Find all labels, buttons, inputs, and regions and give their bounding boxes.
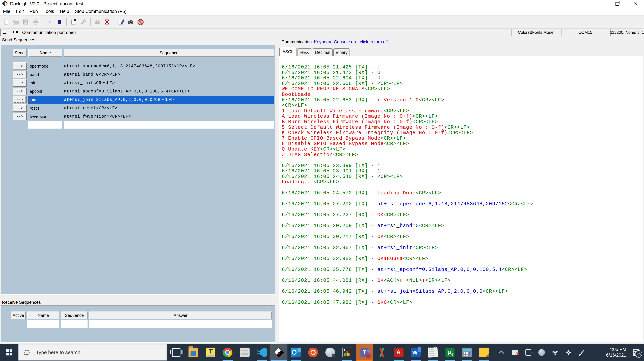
new-receive-sequence-cell[interactable]: [61, 320, 88, 328]
log-line: 6/16/2021 16:05:32.983 [RX] - OK▮ÉU3£▮<C…: [282, 256, 643, 261]
send-sequence-row-apconf: -->apconfat+rsi_apconf=0,Silabs_AP,0,0,0…: [1, 87, 275, 95]
log-line: 6/16/2021 16:05:35.778 [TX] - at+rsi_apc…: [282, 267, 643, 272]
com-port-box[interactable]: COM15: [561, 29, 610, 36]
menu-edit[interactable]: Edit: [16, 9, 24, 14]
tray-power-plug-icon[interactable]: [522, 344, 535, 361]
tray-wifi-icon[interactable]: [548, 344, 562, 361]
sequence-value-cell[interactable]: at+rsi_fwversion?<CR><LF>: [64, 112, 274, 121]
recv-sequence-column-header[interactable]: Sequence: [61, 311, 88, 319]
minimize-button[interactable]: [590, 0, 607, 8]
sequence-name-cell[interactable]: fwversion: [28, 112, 62, 121]
tray-dropbox-icon[interactable]: ❖: [562, 344, 575, 361]
send-button-opermode[interactable]: -->: [13, 63, 27, 70]
sequence-name-cell[interactable]: apconf: [28, 87, 62, 95]
tray-pen-icon[interactable]: [575, 344, 589, 361]
sequence-value-cell[interactable]: at+rsi_reset<CR><LF>: [64, 104, 274, 112]
tab-ascii[interactable]: ASCII: [280, 47, 296, 56]
keyboard-console-link[interactable]: Keyboard Console on - click to turn off: [314, 39, 388, 45]
acrobat-icon: [394, 347, 404, 357]
taskbar-app-uvision[interactable]: [442, 344, 458, 361]
taskbar-clock[interactable]: 4:05 PM 6/16/2021: [588, 344, 627, 361]
taskbar-app-calculator[interactable]: [458, 344, 476, 361]
menu-stop-communication[interactable]: Stop Communication (F6): [75, 9, 126, 14]
colors-fonts-mode-box[interactable]: Colors&Fonts Mode: [511, 29, 560, 36]
sequence-name-cell[interactable]: reset: [28, 104, 62, 112]
restore-button[interactable]: [609, 0, 626, 8]
taskbar-app-docklight[interactable]: [270, 344, 288, 361]
taskbar-app-text-tool[interactable]: [202, 344, 219, 361]
log-line: 6/16/2021 16:05:44.081 [RX] - OK<ACK>▯ <…: [282, 278, 643, 283]
menu-help[interactable]: Help: [60, 9, 69, 14]
taskbar-app-edge-globe[interactable]: [322, 344, 339, 361]
new-sequence-value-cell[interactable]: [64, 121, 274, 129]
taskbar-app-vscode[interactable]: [253, 344, 270, 361]
menu-file[interactable]: File: [3, 9, 10, 14]
taskbar-app-sticky-notes[interactable]: [476, 344, 493, 361]
sequence-name-cell[interactable]: band: [28, 71, 62, 79]
sequence-value-cell[interactable]: at+rsi_apconf=0,Silabs_AP,0,0,0,100,5,4<…: [64, 87, 274, 95]
taskbar-app-teams[interactable]: 8: [356, 344, 373, 361]
sequence-column-header[interactable]: Sequence: [64, 49, 274, 57]
send-button-fwversion[interactable]: -->: [13, 113, 27, 120]
sequence-name-cell[interactable]: join: [28, 96, 64, 104]
taskbar-apps: 8: [168, 344, 493, 361]
tab-decimal[interactable]: Decimal: [312, 48, 333, 56]
taskbar-app-compare-tool[interactable]: [373, 344, 390, 361]
taskbar-app-chrome[interactable]: [219, 344, 236, 361]
taskbar-search-input[interactable]: Type here to search: [18, 344, 167, 360]
taskbar-app-outlook[interactable]: [288, 344, 304, 361]
log-line: BootLoade: [282, 92, 643, 97]
taskbar-app-notepad[interactable]: [424, 344, 442, 361]
running-indicator: [257, 360, 267, 361]
new-receive-name-cell[interactable]: [27, 320, 59, 328]
tray-chevron-up-icon[interactable]: [495, 344, 508, 361]
menu-run[interactable]: Run: [30, 9, 38, 14]
toolbar-project-settings-button[interactable]: [69, 17, 78, 27]
send-button-join[interactable]: -->: [13, 96, 27, 103]
toolbar-keyboard-console-off-button[interactable]: [136, 17, 145, 27]
send-button-reset[interactable]: -->: [13, 104, 27, 112]
toolbar-snapshot-camera-button[interactable]: [126, 17, 136, 27]
docklight-icon: [274, 347, 284, 357]
sequence-value-cell[interactable]: at+rsi_opermode=6,1,18,2147483648,209715…: [64, 62, 274, 70]
taskbar-app-drive-tool[interactable]: [236, 344, 253, 361]
tray-network-globe-icon[interactable]: [535, 344, 548, 361]
sequence-name-cell[interactable]: opermode: [28, 62, 62, 70]
new-receive-answer-cell[interactable]: [90, 320, 272, 328]
send-button-band[interactable]: -->: [13, 71, 27, 78]
name-column-header[interactable]: Name: [28, 49, 62, 57]
toolbar-stop-communication-button[interactable]: [55, 17, 64, 27]
taskbar-app-acrobat[interactable]: [390, 344, 407, 361]
taskbar-app-ubuntu[interactable]: [304, 344, 322, 361]
notification-center-button[interactable]: 26: [628, 344, 644, 361]
send-column-header[interactable]: Send: [13, 49, 27, 57]
recv-name-column-header[interactable]: Name: [27, 311, 59, 319]
answer-column-header[interactable]: Answer: [90, 311, 272, 319]
send-button-init[interactable]: -->: [13, 79, 27, 87]
running-indicator: [342, 360, 352, 361]
taskbar-app-file-explorer[interactable]: [185, 344, 202, 361]
taskbar-app-task-view[interactable]: [168, 344, 185, 361]
menu-tools[interactable]: Tools: [44, 9, 54, 14]
send-button-apconf[interactable]: -->: [13, 88, 27, 95]
running-indicator: [356, 360, 372, 361]
new-sequence-name-cell[interactable]: [28, 121, 62, 129]
toolbar-separator: [90, 18, 90, 26]
tab-binary[interactable]: Binary: [334, 48, 350, 56]
start-button[interactable]: [0, 344, 18, 361]
active-column-header[interactable]: Active: [11, 311, 26, 319]
toolbar-options-wrench-button[interactable]: [78, 17, 88, 27]
tray-device-disconnected-icon[interactable]: [508, 344, 522, 361]
toolbar-clear-communication-button[interactable]: [102, 17, 112, 27]
close-button[interactable]: ×: [627, 0, 644, 8]
sequence-name-cell[interactable]: init: [28, 79, 62, 87]
sequence-value-cell[interactable]: at+rsi_band=0<CR><LF>: [64, 71, 274, 79]
sequence-value-cell[interactable]: at+rsi_join=Silabs_AP,0,2,0,0,0,0<CR><LF…: [64, 96, 274, 104]
port-settings-box[interactable]: 115200, None, 8, 1: [610, 29, 644, 36]
toolbar-edit-notes-button[interactable]: [116, 17, 126, 27]
sequence-value-cell[interactable]: at+rsi_init<CR><LF>: [64, 79, 274, 87]
taskbar-app-word[interactable]: [407, 344, 424, 361]
communication-log[interactable]: 6/16/2021 16:05:21.425 [TX] - |6/16/2021…: [279, 56, 643, 342]
taskbar-app-terminal-app[interactable]: [339, 344, 356, 361]
tab-hex[interactable]: HEX: [297, 48, 312, 56]
